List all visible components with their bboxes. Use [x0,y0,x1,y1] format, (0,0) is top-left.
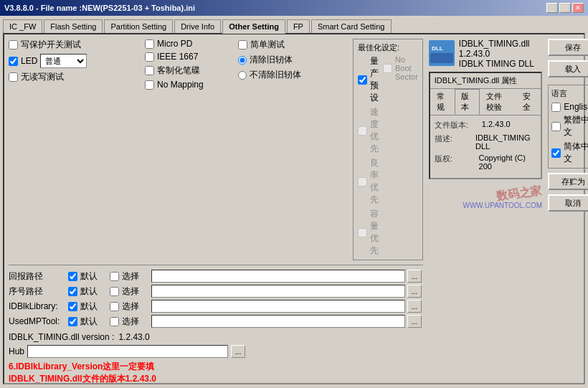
tab-fp[interactable]: FP [287,19,310,34]
row0-default-checkbox[interactable] [68,272,77,281]
dll-label: IDBLK TIMING DLL [459,59,534,69]
clear-old-radio[interactable] [238,56,247,65]
micro-pd-checkbox[interactable] [145,39,154,49]
traditional-chinese-label: 繁體中文 [564,114,588,138]
row2-select-checkbox[interactable] [110,302,119,311]
props-label-2: 版权: [435,153,475,171]
best-left: 量产预设 速度优先 良率优先 [358,55,379,257]
maximize-button[interactable]: □ [559,3,571,13]
speed-priority-row: 速度优先 [358,106,379,155]
row3-input[interactable] [151,315,405,328]
row2-default-checkbox[interactable] [68,302,77,311]
dll-info-box: DLL IDBLK_TIMING.dll 1.2.43.0 IDBLK TIMI… [429,39,542,69]
form-row-1: 序号路径 默认 选择 ... [9,285,423,298]
tab-drive-info[interactable]: Drive Info [174,19,221,34]
simple-test-checkbox[interactable] [238,40,247,49]
row3-default-checkbox[interactable] [68,317,77,326]
row2-input[interactable] [151,300,405,313]
traditional-chinese-checkbox[interactable] [551,122,561,131]
no-write-row: 无读写测试 [9,71,138,83]
tab-partition-setting[interactable]: Partition Setting [104,19,173,34]
hub-label: Hub [9,346,24,356]
best-setting-title: 最佳化设定: [358,42,418,53]
custom-notebook-checkbox[interactable] [145,66,154,75]
props-row-2: 版权: Copyright (C) 200 [435,153,536,171]
close-button[interactable]: ✕ [572,3,584,13]
mass-default-checkbox[interactable] [358,75,367,85]
capacity-priority-checkbox[interactable] [358,228,367,237]
custom-notebook-row: 客制化笔碟 [145,65,231,77]
dll-icon-wrapper: DLL [429,40,455,68]
props-tab-security[interactable]: 安全 [516,89,541,115]
tab-smart-card[interactable]: Smart Card Setting [311,19,392,34]
props-tab-version[interactable]: 版本 [455,89,479,115]
col4: 最佳化设定: 量产预设 速度优先 [346,39,423,260]
minimize-button[interactable]: _ [546,3,558,13]
mass-default-label: 量产预设 [370,55,379,104]
row0-browse-button[interactable]: ... [407,270,422,283]
no-clear-old-radio[interactable] [238,71,247,80]
hub-area: Hub ... 6.IDBlkLibrary_Version这里一定要填 IDB… [9,345,245,385]
hub-browse-button[interactable]: ... [231,345,245,358]
row1-label: 序号路径 [9,285,66,298]
load-button[interactable]: 载入 [548,60,588,77]
no-clear-old-label: 不清除旧轫体 [250,69,301,81]
dll-version-value: 1.2.43.0 [118,332,149,342]
led-checkbox[interactable] [9,57,18,66]
tab-ic-fw[interactable]: IC _FW [3,19,42,34]
quality-priority-checkbox[interactable] [358,177,367,186]
form-rows: 回报路径 默认 选择 ... 序号路径 [9,270,423,328]
warning-text-1: 6.IDBlkLibrary_Version这里一定要填 [9,361,245,373]
language-title: 语言 [551,88,588,99]
no-mapping-label: No Mapping [157,80,204,90]
dll-icon: DLL [429,40,455,66]
tab-bar: IC _FW Flash Setting Partition Setting D… [3,19,585,33]
row3-browse-button[interactable]: ... [407,315,422,328]
row3-select: 选择 [110,316,149,328]
props-tab-general[interactable]: 常规 [430,89,455,115]
row2-browse-button[interactable]: ... [407,300,422,313]
capacity-priority-row: 容量优先 [358,208,379,257]
english-checkbox[interactable] [551,103,561,112]
row1-input[interactable] [151,285,405,298]
title-bar: V3.8.8.0 - File name :NEW(PS2251-03 + To… [0,0,588,16]
dll-version-info: 1.2.43.0 [459,49,534,59]
micro-pd-row: Micro PD [145,39,231,49]
row0-select-checkbox[interactable] [110,272,119,281]
props-tab-checksum[interactable]: 文件校验 [480,89,516,115]
col2: Micro PD IEEE 1667 客制化笔碟 No Mapping [145,39,231,260]
quality-priority-label: 良率优先 [370,157,379,206]
save-as-button[interactable]: 存贮为 [548,173,588,190]
watermark-area: 数码之家 WWW.UPANTOOL.COM [429,186,542,209]
cancel-button[interactable]: 取消 [548,194,588,212]
no-write-checkbox[interactable] [9,72,18,82]
svg-rect-2 [430,53,453,63]
write-protect-checkbox[interactable] [9,40,18,49]
no-boot-sector-checkbox[interactable] [383,64,392,73]
row3-default-label: 默认 [80,316,98,328]
save-button[interactable]: 保存 [548,39,588,56]
left-content: 写保护开关测试 LED 普通 高速 低速 无读写测试 [9,39,423,379]
dll-version-row: IDBLK_TIMING.dll version : 1.2.43.0 [9,332,423,342]
row0-default-label: 默认 [80,270,98,283]
no-mapping-checkbox[interactable] [145,80,154,90]
simplified-chinese-checkbox[interactable] [551,148,561,158]
speed-priority-label: 速度优先 [370,106,379,155]
speed-priority-checkbox[interactable] [358,126,367,136]
form-row-2: IDBlkLibrary: 默认 选择 ... [9,300,423,313]
language-box: 语言 English 繁體中文 简体中文 [548,85,588,169]
row3-select-checkbox[interactable] [110,317,119,326]
simplified-chinese-row: 简体中文 [551,141,588,165]
row0-input[interactable] [151,270,405,283]
hub-input[interactable] [27,345,228,358]
row1-default-checkbox[interactable] [68,287,77,296]
props-value-0: 1.2.43.0 [482,120,511,131]
tab-other-setting[interactable]: Other Setting [222,19,285,34]
row1-select-checkbox[interactable] [110,287,119,296]
led-select[interactable]: 普通 高速 低速 [40,54,87,68]
ieee-checkbox[interactable] [145,52,154,62]
form-row-3: UsedMPTool: 默认 选择 ... [9,315,423,328]
simple-test-label: 简单测试 [250,39,285,51]
row1-browse-button[interactable]: ... [407,285,422,298]
tab-flash-setting[interactable]: Flash Setting [44,19,103,34]
